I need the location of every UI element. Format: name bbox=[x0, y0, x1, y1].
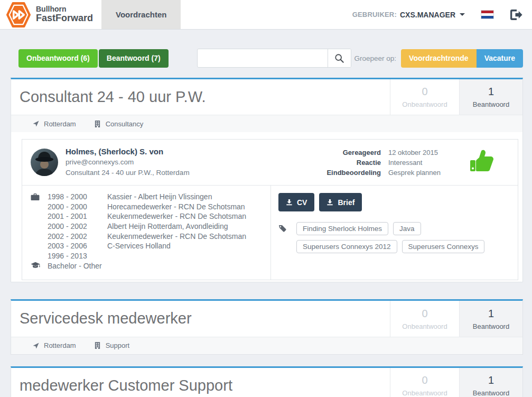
tag: Superusers Connexys 2012 bbox=[296, 240, 397, 253]
work-history-row: 2002 - 2002 Keukenmedewerker - RCN De Sc… bbox=[48, 232, 270, 242]
education: Bachelor - Other bbox=[48, 261, 102, 271]
answered-label: Beantwoord bbox=[473, 322, 509, 330]
top-bar: Bullhorn FastForward Voordrachten GEBRUI… bbox=[0, 0, 532, 30]
graduation-cap-icon bbox=[31, 262, 40, 269]
chevron-down-icon bbox=[460, 13, 465, 16]
vacancy-meta-bar: Rotterdam Consultancy bbox=[11, 115, 522, 132]
unanswered-count: 0 bbox=[422, 308, 427, 320]
work-title: C-Services Holland bbox=[97, 241, 171, 251]
candidate-email: prive@connexys.com bbox=[66, 157, 190, 168]
work-years: 1998 - 2000 bbox=[48, 192, 97, 202]
work-years: 2003 - 2006 bbox=[48, 241, 97, 251]
filter-unanswered-button[interactable]: Onbeantwoord (6) bbox=[18, 49, 98, 68]
answered-counter: 1 Beantwoord bbox=[459, 301, 522, 336]
unanswered-label: Onbeantwoord bbox=[402, 322, 447, 330]
app-logo: Bullhorn FastForward bbox=[0, 0, 101, 29]
candidate-meta: Gereageerd 12 oktober 2015 Reactie Inter… bbox=[324, 147, 457, 178]
candidate-position: Consultant 24 - 40 uur P.W., Rotterdam bbox=[66, 168, 190, 178]
candidate-header: Holmes, (Sherlock) S. von prive@connexys… bbox=[22, 140, 518, 185]
vacancy-title: medewerker Customer Support bbox=[20, 375, 381, 395]
work-history-row: 2001 - 2001 Keukenmedewerker - RCN De Sc… bbox=[48, 211, 270, 221]
vacancy-department: Support bbox=[94, 341, 130, 349]
user-menu[interactable]: GEBRUIKER: CXS.MANAGER bbox=[352, 11, 465, 19]
candidate-name: Holmes, (Sherlock) S. von bbox=[66, 146, 190, 157]
download-icon bbox=[286, 199, 293, 206]
search-box bbox=[197, 49, 351, 68]
work-title: Horecamedewerker - RCN De Schotsman bbox=[97, 202, 245, 212]
unanswered-counter: 0 Onbeantwoord bbox=[390, 368, 459, 397]
answered-count: 1 bbox=[488, 86, 494, 98]
work-title: Keukenmedewerker - RCN De Schotsman bbox=[97, 232, 246, 242]
work-history-row: 1996 - 2013 bbox=[48, 251, 270, 261]
meta-label: Eindbeoordeling bbox=[324, 168, 381, 178]
vacancy-header[interactable]: Servicedesk medewerker 0 Onbeantwoord 1 … bbox=[11, 301, 522, 336]
avatar bbox=[31, 149, 58, 176]
building-icon bbox=[94, 120, 101, 128]
building-icon bbox=[94, 341, 101, 349]
logout-button[interactable] bbox=[510, 9, 522, 21]
work-years: 2002 - 2002 bbox=[48, 232, 97, 242]
vacancy-meta-bar: Rotterdam Support bbox=[11, 337, 522, 354]
thumbs-up-rating[interactable] bbox=[469, 149, 495, 176]
download-cv-button[interactable]: CV bbox=[278, 193, 314, 211]
sign-out-icon bbox=[510, 9, 522, 21]
search-input[interactable] bbox=[198, 49, 328, 67]
work-history-list: 1998 - 2000 Kassier - Albert Heijn Vliss… bbox=[48, 192, 270, 261]
meta-label: Reactie bbox=[324, 158, 381, 168]
tag-icon bbox=[278, 225, 286, 233]
answered-label: Beantwoord bbox=[473, 389, 509, 397]
meta-label: Gereageerd bbox=[324, 147, 381, 158]
candidate-photo bbox=[31, 149, 58, 176]
vacancy-header[interactable]: Consultant 24 - 40 uur P.W. 0 Onbeantwoo… bbox=[11, 79, 522, 115]
work-history-row: 2000 - 2000 Horecamedewerker - RCN De Sc… bbox=[48, 202, 270, 212]
answered-label: Beantwoord bbox=[473, 100, 509, 108]
answered-count: 1 bbox=[488, 308, 494, 320]
meta-value: Interessant bbox=[388, 158, 457, 168]
group-by-label: Groepeer op: bbox=[354, 54, 397, 62]
candidate-meta-row: Eindbeoordeling Gesprek plannen bbox=[324, 168, 457, 178]
vacancy-title: Servicedesk medewerker bbox=[20, 308, 381, 328]
work-title: Albert Heijn Rotterdam, Avondleiding bbox=[97, 221, 228, 232]
work-title: Keukenmedewerker - RCN De Schotsman bbox=[97, 211, 246, 221]
unanswered-count: 0 bbox=[422, 374, 427, 386]
meta-value: Gesprek plannen bbox=[388, 168, 457, 178]
work-history-row: 2003 - 2006 C-Services Holland bbox=[48, 241, 270, 251]
search-button[interactable] bbox=[328, 49, 351, 67]
unanswered-count: 0 bbox=[422, 86, 427, 98]
download-icon bbox=[326, 199, 333, 206]
fastforward-logo-icon bbox=[6, 2, 31, 28]
tag: Finding Sherlock Holmes bbox=[296, 222, 388, 235]
dutch-flag-icon[interactable] bbox=[481, 10, 494, 19]
meta-value: 12 oktober 2015 bbox=[388, 147, 457, 158]
unanswered-label: Onbeantwoord bbox=[402, 100, 447, 108]
group-by-round-button[interactable]: Voordrachtronde bbox=[401, 49, 477, 68]
location-arrow-icon bbox=[33, 343, 39, 349]
brand-line1: Bullhorn bbox=[36, 5, 93, 13]
vacancy-card: medewerker Customer Support 0 Onbeantwoo… bbox=[11, 366, 523, 397]
candidate-meta-row: Gereageerd 12 oktober 2015 bbox=[324, 147, 457, 158]
tag: Superusers Connexys bbox=[402, 240, 485, 253]
download-brief-button[interactable]: Brief bbox=[319, 193, 362, 211]
group-by-vacancy-button[interactable]: Vacature bbox=[477, 49, 523, 68]
work-years: 2001 - 2001 bbox=[48, 211, 97, 221]
vacancy-location: Rotterdam bbox=[33, 120, 76, 128]
answered-counter: 1 Beantwoord bbox=[459, 368, 522, 397]
thumbs-up-icon bbox=[469, 149, 495, 173]
unanswered-counter: 0 Onbeantwoord bbox=[390, 79, 459, 115]
user-label: GEBRUIKER: bbox=[352, 11, 397, 19]
location-arrow-icon bbox=[33, 121, 39, 127]
tag-list: Finding Sherlock HolmesJavaSuperusers Co… bbox=[296, 222, 509, 253]
toolbar: Onbeantwoord (6) Beantwoord (7) Groepeer… bbox=[18, 49, 523, 68]
vacancy-location: Rotterdam bbox=[33, 341, 76, 349]
work-years: 2000 - 2000 bbox=[48, 202, 97, 212]
work-title: Kassier - Albert Heijn Vlissingen bbox=[97, 192, 212, 202]
answered-counter: 1 Beantwoord bbox=[459, 79, 522, 115]
filter-answered-button[interactable]: Beantwoord (7) bbox=[99, 49, 169, 68]
tag: Java bbox=[393, 222, 421, 235]
vacancy-department: Consultancy bbox=[94, 120, 144, 128]
work-years: 1996 - 2013 bbox=[48, 251, 97, 261]
candidate-actions-section: CV Brief bbox=[271, 186, 518, 280]
vacancy-header[interactable]: medewerker Customer Support 0 Onbeantwoo… bbox=[11, 368, 522, 397]
tab-voordrachten[interactable]: Voordrachten bbox=[101, 0, 181, 29]
user-name: CXS.MANAGER bbox=[400, 11, 455, 19]
